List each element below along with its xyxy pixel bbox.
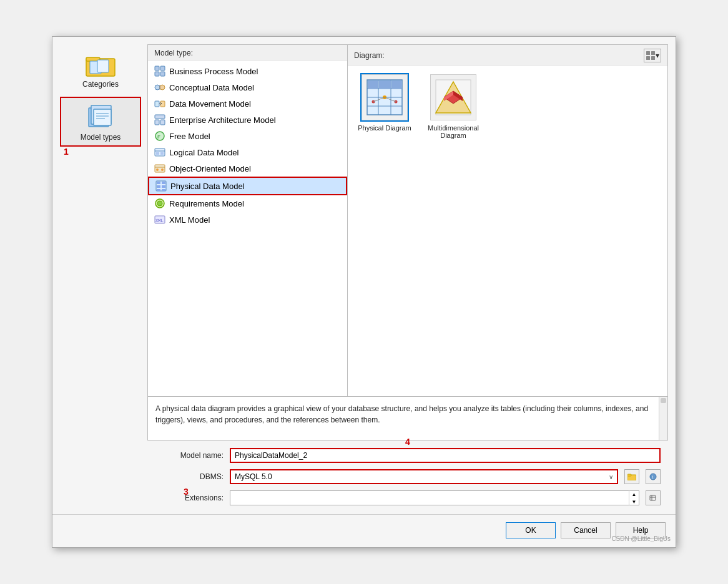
multidim-diagram-svg bbox=[435, 79, 472, 116]
model-type-requirements[interactable]: Requirements Model bbox=[148, 195, 347, 212]
business-icon bbox=[154, 66, 165, 77]
diagram-panel: Diagram: ▾ bbox=[348, 45, 667, 396]
cancel-button[interactable]: Cancel bbox=[561, 522, 611, 538]
description-box: A physical data diagram provides a graph… bbox=[147, 397, 668, 440]
diagram-item-physical[interactable]: Physical Diagram bbox=[357, 74, 413, 139]
svg-rect-26 bbox=[156, 152, 159, 155]
extensions-edit-button[interactable] bbox=[646, 490, 661, 505]
annotation-1: 1 bbox=[64, 147, 69, 157]
svg-rect-3 bbox=[97, 60, 109, 72]
svg-rect-10 bbox=[155, 66, 159, 71]
free-label: Free Model bbox=[169, 132, 210, 141]
enterprise-icon bbox=[154, 114, 165, 125]
new-model-dialog: Categories Model types 1 bbox=[52, 36, 676, 548]
extensions-spinners: ▲ ▼ bbox=[629, 490, 639, 505]
svg-point-15 bbox=[160, 85, 165, 90]
spin-up-button[interactable]: ▲ bbox=[629, 490, 639, 498]
model-name-input[interactable] bbox=[230, 448, 661, 463]
model-type-header: Model type: bbox=[148, 45, 347, 61]
info-icon: i bbox=[649, 473, 657, 480]
categories-label: Categories bbox=[82, 80, 119, 89]
svg-rect-20 bbox=[155, 120, 159, 125]
annotation-3: 3 bbox=[184, 487, 189, 497]
svg-rect-33 bbox=[157, 182, 160, 184]
svg-rect-55 bbox=[379, 80, 391, 89]
diagram-panel-header: Diagram: ▾ bbox=[348, 45, 667, 66]
multidim-diagram-icon-box bbox=[430, 74, 476, 120]
svg-rect-6 bbox=[94, 109, 111, 125]
enterprise-label: Enterprise Architecture Model bbox=[169, 115, 276, 125]
model-type-data-movement[interactable]: Data Movement Model bbox=[148, 95, 347, 112]
form-section: Model name: 4 DBMS: MySQL 5.0 ∨ bbox=[147, 440, 668, 512]
svg-text:XML: XML bbox=[155, 218, 164, 223]
view-toggle-button[interactable]: ▾ bbox=[644, 49, 661, 62]
model-types-icon bbox=[85, 103, 116, 130]
svg-rect-45 bbox=[646, 56, 650, 60]
folder-icon bbox=[627, 473, 636, 480]
dbms-select[interactable]: MySQL 5.0 ∨ bbox=[230, 469, 618, 484]
sidebar: Categories Model types 1 bbox=[60, 44, 141, 512]
diagram-item-multidimensional[interactable]: Multidimensional Diagram bbox=[425, 74, 481, 139]
physical-icon bbox=[155, 180, 167, 192]
svg-rect-34 bbox=[162, 182, 165, 184]
svg-rect-44 bbox=[651, 51, 655, 55]
sidebar-item-categories[interactable]: Categories bbox=[60, 44, 141, 93]
svg-rect-36 bbox=[162, 185, 165, 188]
top-section: Model type: Business Process Model bbox=[147, 44, 668, 397]
edit-icon bbox=[649, 494, 657, 502]
svg-rect-27 bbox=[160, 152, 164, 155]
conceptual-icon bbox=[154, 82, 165, 93]
model-types-label: Model types bbox=[81, 133, 121, 142]
dbms-row: DBMS: MySQL 5.0 ∨ i bbox=[155, 469, 661, 484]
model-type-xml[interactable]: XML XML Model bbox=[148, 212, 347, 228]
extensions-label: Extensions: bbox=[155, 494, 224, 502]
model-name-row: Model name: 4 bbox=[155, 448, 661, 463]
extensions-row: Extensions: ▲ ▼ bbox=[155, 490, 661, 505]
svg-rect-17 bbox=[155, 101, 159, 107]
description-scrollbar[interactable] bbox=[659, 397, 667, 440]
logical-label: Logical Data Model bbox=[169, 148, 239, 157]
model-type-physical[interactable]: Physical Data Model 2 bbox=[148, 177, 347, 195]
requirements-label: Requirements Model bbox=[169, 199, 244, 208]
svg-rect-68 bbox=[627, 474, 631, 476]
extensions-input[interactable]: ▲ ▼ bbox=[230, 490, 639, 505]
grid-view-icon bbox=[646, 51, 656, 61]
svg-rect-28 bbox=[155, 165, 165, 172]
spin-down-button[interactable]: ▼ bbox=[629, 498, 639, 505]
svg-rect-43 bbox=[646, 51, 650, 55]
svg-rect-56 bbox=[391, 80, 402, 89]
logical-icon bbox=[154, 147, 165, 158]
svg-rect-38 bbox=[162, 189, 165, 191]
svg-rect-12 bbox=[155, 72, 159, 76]
ok-button[interactable]: OK bbox=[506, 522, 556, 538]
physical-diagram-icon-box bbox=[362, 74, 408, 120]
model-type-free[interactable]: F Free Model bbox=[148, 128, 347, 144]
diagram-header-label: Diagram: bbox=[354, 51, 385, 60]
dialog-footer: OK Cancel Help bbox=[52, 514, 676, 547]
model-type-logical[interactable]: Logical Data Model bbox=[148, 144, 347, 160]
xml-label: XML Model bbox=[169, 215, 210, 225]
dbms-info-button[interactable]: i bbox=[646, 469, 661, 484]
physical-diagram-label: Physical Diagram bbox=[358, 124, 411, 132]
model-type-conceptual[interactable]: Conceptual Data Model bbox=[148, 79, 347, 95]
sidebar-item-model-types[interactable]: Model types 1 bbox=[60, 97, 141, 147]
svg-point-31 bbox=[161, 168, 164, 171]
svg-rect-21 bbox=[160, 120, 165, 125]
physical-label: Physical Data Model bbox=[170, 182, 245, 191]
conceptual-label: Conceptual Data Model bbox=[169, 83, 254, 92]
free-icon: F bbox=[154, 130, 165, 142]
categories-icon bbox=[85, 50, 116, 77]
xml-icon: XML bbox=[154, 214, 165, 225]
dbms-value: MySQL 5.0 bbox=[235, 472, 272, 481]
svg-rect-13 bbox=[160, 72, 165, 76]
model-type-enterprise[interactable]: Enterprise Architecture Model bbox=[148, 112, 347, 128]
data-movement-label: Data Movement Model bbox=[169, 99, 251, 109]
model-type-list: Business Process Model Conceptual Data M… bbox=[148, 61, 347, 396]
model-type-oo[interactable]: Object-Oriented Model bbox=[148, 160, 347, 177]
business-label: Business Process Model bbox=[169, 67, 258, 76]
dbms-folder-button[interactable] bbox=[624, 469, 639, 484]
model-type-business-process[interactable]: Business Process Model bbox=[148, 63, 347, 79]
svg-point-14 bbox=[155, 85, 160, 90]
model-name-label: Model name: bbox=[155, 451, 224, 460]
oo-label: Object-Oriented Model bbox=[169, 164, 251, 173]
